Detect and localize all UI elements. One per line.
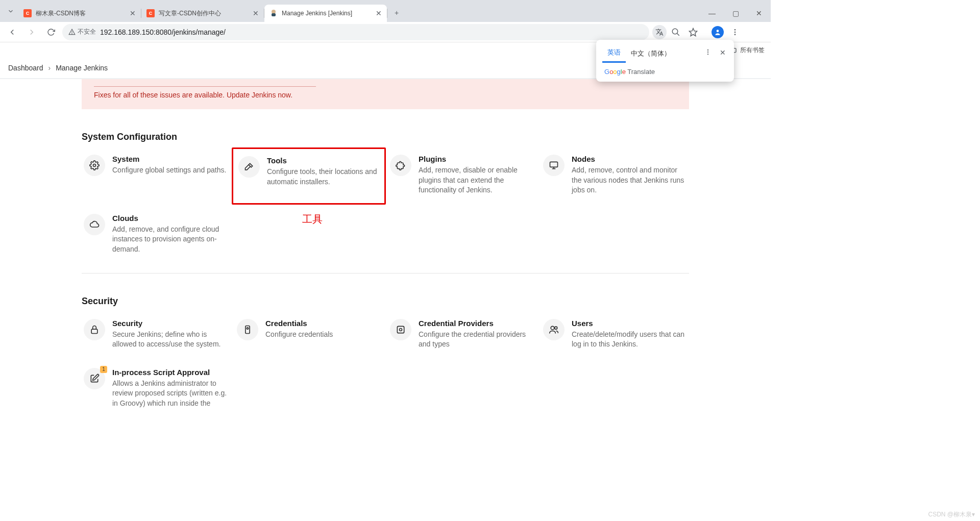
puzzle-icon <box>390 155 411 176</box>
svg-point-7 <box>717 30 719 32</box>
badge-icon <box>237 319 258 340</box>
svg-point-10 <box>734 34 736 35</box>
card-nodes[interactable]: Nodes Add, remove, control and monitor t… <box>541 152 689 199</box>
chrome-menu-button[interactable] <box>727 24 743 40</box>
card-description: Add, remove, control and monitor the var… <box>572 165 687 195</box>
svg-point-22 <box>400 328 402 331</box>
provider-icon <box>390 319 411 340</box>
maximize-button[interactable]: ▢ <box>724 5 747 22</box>
card-credential-providers[interactable]: Credential Providers Configure the crede… <box>388 316 536 353</box>
translate-lang-chinese[interactable]: 中文（简体） <box>626 44 676 62</box>
card-description: Add, remove, and configure cloud instanc… <box>112 225 228 255</box>
svg-line-5 <box>677 33 679 36</box>
reload-button[interactable] <box>43 24 59 40</box>
new-tab-button[interactable]: + <box>389 6 404 20</box>
card-description: Create/delete/modify users that can log … <box>572 330 687 350</box>
zoom-icon[interactable] <box>668 24 684 40</box>
back-button[interactable] <box>4 24 20 40</box>
card-script-approval[interactable]: 1 In-process Script Approval Allows a Je… <box>82 365 230 410</box>
insecure-warning[interactable]: 不安全 <box>68 28 96 36</box>
card-credentials[interactable]: Credentials Configure credentials <box>235 316 383 353</box>
card-title: Users <box>572 319 687 328</box>
tab-title: 柳木泉-CSDN博客 <box>36 9 126 18</box>
close-window-button[interactable]: ✕ <box>747 5 771 22</box>
alert-text: Fixes for all of these issues are availa… <box>94 91 292 99</box>
svg-point-24 <box>555 327 557 329</box>
card-description: Configure credentials <box>265 330 333 340</box>
page-viewport[interactable]: Dashboard › Manage Jenkins Fixes for all… <box>0 58 771 410</box>
card-title: Nodes <box>572 155 687 163</box>
svg-point-0 <box>272 10 276 14</box>
close-tab-icon[interactable]: ✕ <box>130 9 136 17</box>
card-security[interactable]: Security Secure Jenkins; define who is a… <box>82 316 230 353</box>
card-description: Add, remove, disable or enable plugins t… <box>419 165 534 195</box>
svg-rect-1 <box>272 13 276 16</box>
svg-point-23 <box>551 326 554 330</box>
translate-lang-english[interactable]: 英语 <box>602 43 626 63</box>
svg-rect-21 <box>397 326 404 333</box>
svg-rect-18 <box>91 329 97 333</box>
minimize-button[interactable]: — <box>700 5 724 22</box>
url-text: 192.168.189.150:8080/jenkins/manage/ <box>100 28 226 36</box>
svg-rect-15 <box>550 162 558 167</box>
translate-close-button[interactable]: ✕ <box>718 46 728 59</box>
card-description: Configure global settings and paths. <box>112 165 226 176</box>
browser-toolbar: 不安全 192.168.189.150:8080/jenkins/manage/ <box>0 22 771 42</box>
browser-tab-2[interactable]: C 写文章-CSDN创作中心 ✕ <box>141 5 264 22</box>
breadcrumb-dashboard[interactable]: Dashboard <box>8 64 43 72</box>
hammer-icon <box>238 156 260 178</box>
monitor-icon <box>543 155 565 176</box>
warning-alert: Fixes for all of these issues are availa… <box>82 79 689 109</box>
google-translate-brand: Google Translate <box>596 63 734 77</box>
card-description: Allows a Jenkins administrator to review… <box>112 379 228 410</box>
card-title: Plugins <box>419 155 534 163</box>
svg-point-11 <box>707 49 708 51</box>
card-description: Secure Jenkins; define who is allowed to… <box>112 330 228 350</box>
browser-window: C 柳木泉-CSDN博客 ✕ C 写文章-CSDN创作中心 ✕ Manage J… <box>0 0 771 410</box>
close-tab-icon[interactable]: ✕ <box>376 9 382 17</box>
translate-menu-button[interactable] <box>702 46 714 59</box>
card-title: Security <box>112 319 228 328</box>
csdn-favicon-icon: C <box>146 9 155 17</box>
csdn-favicon-icon: C <box>23 9 32 17</box>
forward-button[interactable] <box>23 24 40 40</box>
card-plugins[interactable]: Plugins Add, remove, disable or enable p… <box>388 152 536 199</box>
section-heading: System Configuration <box>82 132 689 142</box>
svg-point-14 <box>93 164 96 167</box>
translate-page-button[interactable] <box>652 25 667 39</box>
browser-tab-1[interactable]: C 柳木泉-CSDN博客 ✕ <box>18 5 141 22</box>
tab-strip: C 柳木泉-CSDN博客 ✕ C 写文章-CSDN创作中心 ✕ Manage J… <box>0 0 771 22</box>
badge-count: 1 <box>100 366 107 373</box>
lock-icon <box>84 319 105 340</box>
svg-point-3 <box>72 33 72 34</box>
card-clouds[interactable]: Clouds Add, remove, and configure cloud … <box>82 211 230 258</box>
card-title: In-process Script Approval <box>112 368 228 377</box>
svg-point-8 <box>734 29 736 31</box>
cloud-icon <box>84 214 105 235</box>
browser-tab-3[interactable]: Manage Jenkins [Jenkins] ✕ <box>264 5 387 22</box>
card-title: Credentials <box>265 319 333 328</box>
tab-title: 写文章-CSDN创作中心 <box>159 9 249 18</box>
svg-point-13 <box>707 54 708 55</box>
chevron-right-icon: › <box>48 64 51 72</box>
svg-point-9 <box>734 31 736 33</box>
profile-button[interactable] <box>709 24 726 40</box>
close-tab-icon[interactable]: ✕ <box>253 9 259 17</box>
tab-search-button[interactable] <box>3 4 18 19</box>
jenkins-favicon-icon <box>270 9 278 17</box>
breadcrumb-manage-jenkins[interactable]: Manage Jenkins <box>56 64 108 72</box>
section-heading: Security <box>82 296 689 307</box>
card-title: Tools <box>267 156 379 165</box>
card-description: Configure the credential providers and t… <box>419 330 534 350</box>
all-bookmarks-button[interactable]: 所有书签 <box>729 46 765 55</box>
window-controls: — ▢ ✕ <box>700 5 771 22</box>
bookmark-star-icon[interactable] <box>685 24 701 40</box>
users-icon <box>543 319 565 340</box>
address-bar[interactable]: 不安全 192.168.189.150:8080/jenkins/manage/ <box>62 24 649 40</box>
section-system-configuration: System Configuration System Configure gl… <box>82 132 689 258</box>
card-system[interactable]: System Configure global settings and pat… <box>82 152 230 199</box>
card-users[interactable]: Users Create/delete/modify users that ca… <box>541 316 689 353</box>
gear-icon <box>84 155 105 176</box>
card-tools[interactable]: Tools Configure tools, their locations a… <box>236 153 381 190</box>
section-security: Security Security Secure Jenkins; define… <box>82 296 689 410</box>
